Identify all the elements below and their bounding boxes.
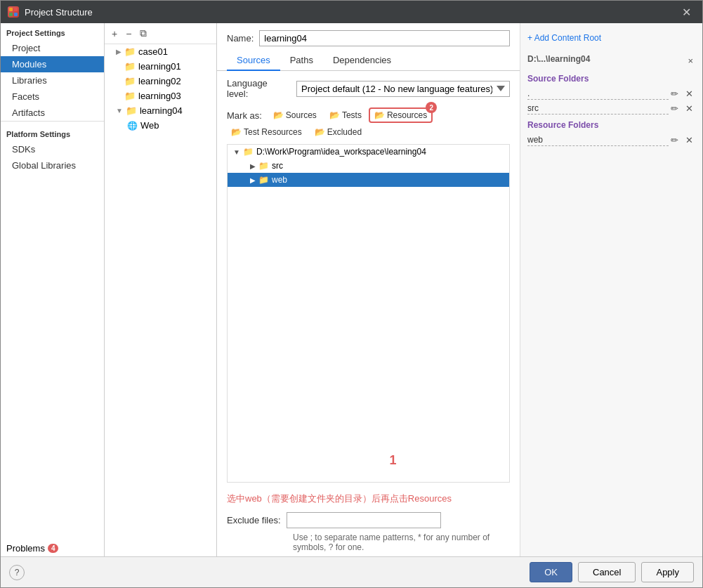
sidebar-item-global-libraries[interactable]: Global Libraries (1, 157, 104, 174)
module-tree-panel: + − ⧉ ▶ 📁 case01 📁 learning01 📁 learning… (105, 23, 217, 556)
name-label: Name: (227, 33, 254, 44)
modules-label: Modules (12, 59, 46, 70)
help-button[interactable]: ? (9, 565, 25, 580)
chevron-right-icon: ▶ (250, 176, 256, 184)
learning01-label: learning01 (138, 61, 181, 72)
learning03-label: learning03 (138, 91, 181, 101)
tab-dependencies[interactable]: Dependencies (323, 51, 401, 71)
title-bar: Project Structure ✕ (1, 1, 702, 23)
file-tree-web[interactable]: ▶ 📁 web (228, 173, 509, 187)
exclude-row: Exclude files: (217, 508, 520, 533)
file-tree-root[interactable]: ▼ 📁 D:\Work\Program\idea_workspace\learn… (228, 145, 509, 159)
chevron-down-icon: ▼ (116, 107, 123, 115)
src-label: src (272, 161, 283, 171)
remove-source-dot-button[interactable]: ✕ (683, 88, 695, 100)
copy-module-button[interactable]: ⧉ (137, 26, 150, 41)
sidebar-item-modules[interactable]: Modules (1, 56, 104, 72)
tree-node-learning02[interactable]: 📁 learning02 (105, 74, 216, 89)
lang-level-row: Language level: Project default (12 - No… (217, 71, 520, 106)
content-panel: Name: Sources Paths Dependencies Languag… (217, 23, 520, 556)
lang-level-label: Language level: (227, 78, 291, 99)
add-content-root-link[interactable]: + Add Content Root (527, 30, 695, 46)
facets-label: Facets (12, 91, 39, 102)
edit-source-src-button[interactable]: ✏ (669, 103, 681, 115)
remove-resource-web-button[interactable]: ✕ (683, 134, 695, 146)
mark-as-row: Mark as: 📂 Sources 📂 Tests 📂 Resources 2… (217, 106, 520, 144)
app-icon (8, 6, 19, 18)
mark-test-resources-button[interactable]: 📂 Test Resources (227, 126, 306, 138)
remove-module-button[interactable]: − (123, 27, 134, 41)
excluded-folder-icon: 📂 (315, 127, 325, 137)
content-root-path: D:\...\learning04 (527, 51, 590, 70)
bottom-bar: ? OK Cancel Apply (1, 556, 702, 587)
project-label: Project (12, 43, 40, 53)
mark-sources-button[interactable]: 📂 Sources (269, 109, 321, 122)
annotation-1-label: 1 (390, 453, 397, 468)
chevron-down-icon: ▼ (233, 148, 240, 156)
apply-button[interactable]: Apply (641, 562, 694, 582)
exclude-input[interactable] (287, 512, 441, 528)
annotation-text: 选中web（需要创建文件夹的目录）后再点击Resources (217, 487, 520, 508)
src-folder-icon: 📁 (258, 161, 269, 171)
sidebar-item-project[interactable]: Project (1, 40, 104, 56)
lang-level-select[interactable]: Project default (12 - No new language fe… (296, 81, 510, 97)
folder-icon: 📁 (126, 105, 137, 116)
folder-icon: 📁 (124, 61, 136, 72)
chevron-right-icon: ▶ (250, 162, 256, 170)
sidebar-item-libraries[interactable]: Libraries (1, 72, 104, 89)
sidebar-item-facets[interactable]: Facets (1, 89, 104, 105)
name-input[interactable] (259, 30, 510, 46)
folder-icon: 📁 (124, 91, 136, 101)
tests-folder-icon: 📂 (329, 110, 340, 120)
resources-folder-icon: 📂 (374, 110, 385, 120)
title-bar-left: Project Structure (8, 6, 93, 18)
resource-folders-title: Resource Folders (527, 120, 695, 130)
annotation-1: 1 (390, 453, 397, 468)
tree-node-learning03[interactable]: 📁 learning03 (105, 89, 216, 103)
tree-node-web[interactable]: 🌐 Web (105, 118, 216, 133)
libraries-label: Libraries (12, 75, 47, 86)
tab-paths[interactable]: Paths (280, 51, 323, 71)
root-path-label: D:\Work\Program\idea_workspace\learning0… (256, 147, 426, 157)
tree-node-learning04[interactable]: ▼ 📁 learning04 (105, 103, 216, 118)
svg-rect-3 (14, 13, 18, 16)
sidebar-item-problems[interactable]: Problems 4 (1, 540, 104, 556)
tree-node-case01[interactable]: ▶ 📁 case01 (105, 44, 216, 59)
folder-icon: 📁 (124, 46, 136, 57)
tab-sources[interactable]: Sources (227, 51, 280, 71)
source-folder-dot-name: . (527, 89, 669, 100)
tree-node-learning01[interactable]: 📁 learning01 (105, 59, 216, 74)
sdks-label: SDKs (12, 144, 35, 155)
edit-source-dot-button[interactable]: ✏ (669, 88, 681, 100)
sources-folder-icon: 📂 (273, 110, 284, 120)
mark-excluded-button[interactable]: 📂 Excluded (310, 126, 366, 138)
remove-source-src-button[interactable]: ✕ (683, 103, 695, 115)
remove-content-root-button[interactable]: × (685, 55, 695, 67)
add-module-button[interactable]: + (109, 27, 120, 41)
test-resources-folder-icon: 📂 (231, 127, 242, 137)
sidebar-item-artifacts[interactable]: Artifacts (1, 105, 104, 121)
cancel-button[interactable]: Cancel (578, 562, 636, 582)
learning02-label: learning02 (138, 76, 181, 86)
source-folder-src-name: src (527, 103, 669, 115)
folder-icon: 📁 (124, 76, 136, 86)
web-folder-icon: 📁 (258, 175, 269, 185)
mark-resources-button[interactable]: 📂 Resources 2 (370, 109, 431, 122)
resources-btn-label: Resources (387, 110, 427, 120)
global-libraries-label: Global Libraries (12, 160, 76, 171)
case01-label: case01 (138, 46, 168, 57)
mark-tests-button[interactable]: 📂 Tests (325, 109, 366, 122)
file-tree-src[interactable]: ▶ 📁 src (228, 159, 509, 173)
artifacts-label: Artifacts (12, 107, 45, 118)
exclude-hint: Use ; to separate name patterns, * for a… (217, 533, 520, 556)
tabs-row: Sources Paths Dependencies (217, 51, 520, 71)
excluded-btn-label: Excluded (327, 127, 362, 137)
source-folder-dot-actions: ✏ ✕ (669, 88, 695, 100)
ok-button[interactable]: OK (530, 562, 572, 582)
annotation-2-badge: 2 (426, 102, 437, 113)
edit-resource-web-button[interactable]: ✏ (669, 134, 681, 146)
sidebar: Project Settings Project Modules Librari… (1, 23, 105, 556)
sidebar-item-sdks[interactable]: SDKs (1, 141, 104, 157)
close-button[interactable]: ✕ (678, 4, 695, 20)
resource-folder-web-name: web (527, 135, 669, 146)
